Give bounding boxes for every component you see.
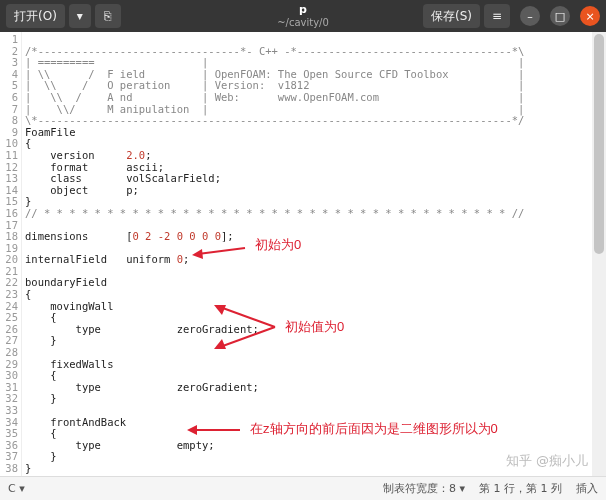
- code-line: {: [25, 288, 31, 300]
- code-line: movingWall: [25, 300, 114, 312]
- scrollbar-track[interactable]: [592, 32, 606, 476]
- title-filename: p: [0, 3, 606, 16]
- code-line: | \\ / F ield | OpenFOAM: The Open Sourc…: [25, 68, 524, 80]
- code-line: }: [25, 462, 31, 474]
- code-line: version 2.0;: [25, 149, 151, 161]
- code-content[interactable]: /*--------------------------------*- C++…: [22, 32, 606, 476]
- code-line: | \\/ M anipulation | |: [25, 103, 524, 115]
- code-line: internalField uniform 0;: [25, 253, 189, 265]
- scrollbar-thumb[interactable]: [594, 34, 604, 254]
- code-line: object p;: [25, 184, 139, 196]
- code-line: FoamFile: [25, 126, 76, 138]
- window-title: p ~/cavity/0: [0, 3, 606, 28]
- status-tab-width[interactable]: 制表符宽度：8 ▾: [383, 481, 465, 496]
- editor-area: 1 2 3 4 5 6 7 8 9 10 11 12 13 14 15 16 1…: [0, 32, 606, 476]
- statusbar: C ▾ 制表符宽度：8 ▾ 第 1 行，第 1 列 插入: [0, 476, 606, 500]
- code-line: | \\ / A nd | Web: www.OpenFOAM.com |: [25, 91, 524, 103]
- status-insert-mode[interactable]: 插入: [576, 481, 598, 496]
- status-language[interactable]: C ▾: [8, 482, 25, 495]
- close-button[interactable]: ×: [580, 6, 600, 26]
- code-line: dimensions [0 2 -2 0 0 0 0];: [25, 230, 234, 242]
- code-line: }: [25, 195, 31, 207]
- code-line: | \\ / O peration | Version: v1812 |: [25, 79, 524, 91]
- code-line: {: [25, 311, 57, 323]
- code-line: type zeroGradient;: [25, 381, 259, 393]
- save-button[interactable]: 保存(S): [423, 4, 480, 28]
- code-line: boundaryField: [25, 276, 107, 288]
- code-line: // * * * * * * * * * * * * * * * * * * *…: [25, 207, 524, 219]
- status-cursor-pos: 第 1 行，第 1 列: [479, 481, 562, 496]
- title-path: ~/cavity/0: [0, 17, 606, 29]
- minimize-button[interactable]: –: [520, 6, 540, 26]
- hamburger-menu[interactable]: ≡: [484, 4, 510, 28]
- code-line: format ascii;: [25, 161, 164, 173]
- code-line: | ========= | |: [25, 56, 524, 68]
- code-line: }: [25, 334, 57, 346]
- code-line: type zeroGradient;: [25, 323, 259, 335]
- titlebar: 打开(O) ▾ ⎘ p ~/cavity/0 保存(S) ≡ – □ ×: [0, 0, 606, 32]
- code-line: \*--------------------------------------…: [25, 114, 524, 126]
- open-button[interactable]: 打开(O): [6, 4, 65, 28]
- code-line: fixedWalls: [25, 358, 114, 370]
- open-dropdown[interactable]: ▾: [69, 4, 91, 28]
- code-line: }: [25, 392, 57, 404]
- code-line: type empty;: [25, 439, 215, 451]
- code-line: {: [25, 369, 57, 381]
- code-line: }: [25, 450, 57, 462]
- new-tab-button[interactable]: ⎘: [95, 4, 121, 28]
- code-line: /*--------------------------------*- C++…: [25, 45, 524, 57]
- line-number-gutter: 1 2 3 4 5 6 7 8 9 10 11 12 13 14 15 16 1…: [0, 32, 22, 476]
- code-line: {: [25, 427, 57, 439]
- code-line: class volScalarField;: [25, 172, 221, 184]
- code-line: frontAndBack: [25, 416, 126, 428]
- maximize-button[interactable]: □: [550, 6, 570, 26]
- code-line: {: [25, 137, 31, 149]
